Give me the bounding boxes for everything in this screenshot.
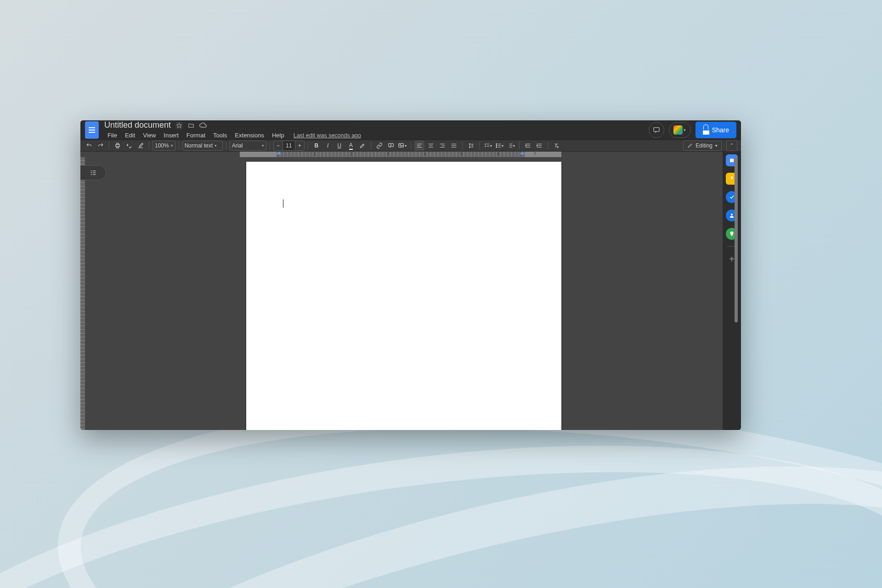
lock-icon xyxy=(703,125,709,135)
docs-home-icon[interactable] xyxy=(85,121,99,139)
svg-rect-1 xyxy=(654,128,659,132)
menu-file[interactable]: File xyxy=(104,131,120,140)
menu-bar: File Edit View Insert Format Tools Exten… xyxy=(104,131,361,140)
numbered-list-icon[interactable]: ▾ xyxy=(506,141,516,151)
menu-extensions[interactable]: Extensions xyxy=(232,131,267,140)
insert-image-icon[interactable]: ▾ xyxy=(397,141,407,151)
svg-point-12 xyxy=(731,214,733,215)
text-color-icon[interactable]: A xyxy=(346,141,356,151)
svg-rect-11 xyxy=(730,159,734,163)
editor-area: 1 2 3 4 5 6 7 + G xyxy=(80,152,741,430)
menu-tools[interactable]: Tools xyxy=(210,131,230,140)
decrease-indent-icon[interactable] xyxy=(523,141,533,151)
share-button-label: Share xyxy=(712,126,729,134)
toolbar: 100%▾ Normal text▾ Arial▾ − 11 + B I U A… xyxy=(80,140,741,152)
left-indent-marker[interactable] xyxy=(277,152,281,154)
font-size-decrease[interactable]: − xyxy=(274,141,283,150)
vertical-ruler[interactable] xyxy=(80,157,85,430)
show-outline-icon[interactable] xyxy=(80,165,106,180)
svg-rect-2 xyxy=(116,145,119,147)
cloud-saved-icon[interactable] xyxy=(199,122,207,129)
paragraph-style-select[interactable]: Normal text▾ xyxy=(182,141,223,151)
font-size-value[interactable]: 11 xyxy=(283,141,295,150)
svg-rect-3 xyxy=(117,143,119,145)
print-icon[interactable] xyxy=(113,141,123,151)
side-panel: + xyxy=(723,152,741,430)
document-title[interactable]: Untitled document xyxy=(104,120,171,130)
insert-comment-icon[interactable] xyxy=(386,141,396,151)
document-page[interactable] xyxy=(246,162,561,430)
svg-rect-4 xyxy=(117,147,119,148)
pencil-icon xyxy=(687,143,693,148)
underline-icon[interactable]: U xyxy=(334,141,345,151)
align-center-icon[interactable] xyxy=(426,141,436,151)
svg-marker-0 xyxy=(177,123,181,128)
move-to-folder-icon[interactable] xyxy=(187,122,195,129)
increase-indent-icon[interactable] xyxy=(534,141,544,151)
bulleted-list-icon[interactable]: ▾ xyxy=(494,141,504,151)
clear-formatting-icon[interactable] xyxy=(551,141,561,151)
svg-point-7 xyxy=(400,145,401,146)
google-docs-window: Untitled document File Edit View Insert … xyxy=(80,120,741,430)
undo-icon[interactable] xyxy=(84,141,94,151)
italic-icon[interactable]: I xyxy=(323,141,333,151)
line-spacing-icon[interactable] xyxy=(466,141,476,151)
checklist-icon[interactable]: ▾ xyxy=(483,141,493,151)
horizontal-ruler[interactable]: 1 2 3 4 5 6 7 xyxy=(240,152,561,157)
vertical-scrollbar[interactable] xyxy=(735,157,738,322)
font-size-increase[interactable]: + xyxy=(295,141,304,150)
align-justify-icon[interactable] xyxy=(449,141,459,151)
svg-point-9 xyxy=(496,145,497,146)
spellcheck-icon[interactable] xyxy=(124,141,134,151)
meet-call-button[interactable]: ▾ xyxy=(669,122,691,138)
share-button[interactable]: Share xyxy=(695,122,736,138)
svg-point-8 xyxy=(496,144,497,145)
insert-link-icon[interactable] xyxy=(374,141,384,151)
menu-insert[interactable]: Insert xyxy=(160,131,182,140)
menu-help[interactable]: Help xyxy=(269,131,288,140)
text-cursor xyxy=(283,199,283,208)
ruler-number: 4 xyxy=(424,152,426,156)
ruler-number: 7 xyxy=(534,152,536,156)
ruler-number: 5 xyxy=(460,152,463,156)
editing-mode-select[interactable]: Editing ▾ xyxy=(683,141,722,151)
redo-icon[interactable] xyxy=(96,141,106,151)
ruler-number: 1 xyxy=(313,152,316,156)
svg-point-10 xyxy=(496,147,497,148)
ruler-number: 6 xyxy=(497,152,499,156)
right-indent-marker[interactable] xyxy=(520,152,525,154)
bold-icon[interactable]: B xyxy=(311,141,322,151)
meet-icon xyxy=(673,125,683,135)
star-icon[interactable] xyxy=(175,122,183,129)
menu-view[interactable]: View xyxy=(140,131,159,140)
font-size-stepper[interactable]: − 11 + xyxy=(273,141,305,151)
collapse-toolbar-icon[interactable]: ˄ xyxy=(726,140,737,151)
align-right-icon[interactable] xyxy=(437,141,447,151)
font-select[interactable]: Arial▾ xyxy=(230,141,266,151)
highlight-color-icon[interactable] xyxy=(357,141,368,151)
paint-format-icon[interactable] xyxy=(136,141,146,151)
menu-edit[interactable]: Edit xyxy=(122,131,138,140)
ruler-number: 2 xyxy=(350,152,352,156)
last-edit-link[interactable]: Last edit was seconds ago xyxy=(294,132,361,139)
ruler-number: 3 xyxy=(387,152,389,156)
menu-format[interactable]: Format xyxy=(183,131,209,140)
align-left-icon[interactable] xyxy=(414,141,424,151)
zoom-select[interactable]: 100%▾ xyxy=(153,141,175,151)
comment-history-icon[interactable] xyxy=(649,122,664,138)
titlebar: Untitled document File Edit View Insert … xyxy=(80,120,741,140)
